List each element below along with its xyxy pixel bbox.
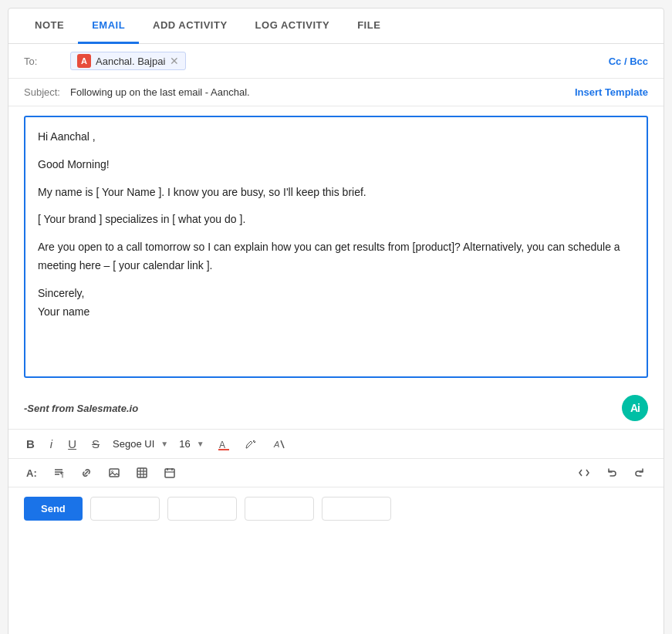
- svg-rect-15: [165, 469, 174, 477]
- code-icon: [578, 467, 590, 479]
- undo-icon: [606, 467, 618, 479]
- font-color-button[interactable]: A: [215, 437, 232, 452]
- table-button[interactable]: [133, 465, 150, 481]
- svg-rect-8: [110, 469, 119, 477]
- svg-text:¶: ¶: [60, 470, 64, 478]
- footer-btn-5[interactable]: [322, 497, 391, 521]
- strikethrough-button[interactable]: S: [89, 436, 102, 452]
- redo-icon: [633, 467, 646, 479]
- paragraph-button[interactable]: ¶: [50, 465, 67, 481]
- email-line-5: Are you open to a call tomorrow so I can…: [38, 238, 634, 275]
- to-label: To:: [24, 56, 70, 67]
- image-icon: [108, 467, 120, 479]
- code-button[interactable]: [576, 465, 593, 481]
- svg-rect-10: [137, 468, 147, 477]
- ai-text-button[interactable]: A:: [24, 466, 39, 481]
- calendar-icon: [164, 467, 176, 479]
- insert-template-button[interactable]: Insert Template: [575, 86, 648, 98]
- recipient-name: Aanchal. Bajpai: [96, 56, 165, 67]
- email-line-2: Good Morning!: [38, 156, 634, 174]
- subject-label: Subject:: [24, 86, 70, 98]
- email-line-6: Sincerely, Your name: [38, 285, 634, 322]
- email-line-1: Hi Aanchal ,: [38, 128, 634, 147]
- recipient-avatar: A: [77, 54, 91, 68]
- font-family-select[interactable]: Segoe UI: [113, 438, 165, 450]
- tab-bar: NOTE EMAIL ADD ACTIVITY LOG ACTIVITY FIL…: [8, 8, 664, 44]
- svg-line-3: [281, 440, 284, 448]
- tab-email[interactable]: EMAIL: [78, 8, 139, 44]
- footer-btn-4[interactable]: [245, 497, 314, 521]
- redo-button[interactable]: [631, 465, 648, 481]
- recipient-remove-button[interactable]: ✕: [170, 56, 179, 66]
- toolbar-row-2: A: ¶: [8, 458, 664, 487]
- underline-button[interactable]: U: [66, 436, 79, 452]
- paragraph-icon: ¶: [52, 467, 65, 479]
- link-button[interactable]: [78, 465, 95, 481]
- tab-file[interactable]: FILE: [343, 8, 394, 44]
- email-body[interactable]: Hi Aanchal , Good Morning! My name is [ …: [24, 116, 648, 378]
- table-icon: [136, 467, 148, 479]
- undo-button[interactable]: [603, 465, 620, 481]
- sent-from-text: -Sent from Salesmate.io: [24, 403, 138, 414]
- toolbar-row-1: B i U S Segoe UI ▼ 16 ▼ A A: [8, 429, 664, 458]
- link-icon: [80, 467, 93, 479]
- font-size-group: 16 ▼: [179, 438, 204, 450]
- font-family-group: Segoe UI ▼: [113, 438, 168, 450]
- ai-icon: Ai: [630, 402, 640, 414]
- footer-buttons: Send: [8, 487, 664, 530]
- email-body-wrapper: Hi Aanchal , Good Morning! My name is [ …: [8, 106, 664, 387]
- ai-button[interactable]: Ai: [622, 395, 648, 421]
- clear-format-icon: A: [273, 438, 285, 450]
- footer-btn-3[interactable]: [167, 497, 237, 521]
- cc-bcc-button[interactable]: Cc / Bcc: [609, 56, 648, 67]
- bold-button[interactable]: B: [24, 436, 37, 452]
- tab-note[interactable]: NOTE: [21, 8, 78, 44]
- subject-row: Subject: Following up on the last email …: [8, 79, 664, 106]
- to-field-content: A Aanchal. Bajpai ✕: [70, 52, 609, 70]
- highlight-button[interactable]: [243, 437, 260, 452]
- image-button[interactable]: [106, 465, 123, 481]
- svg-point-9: [111, 471, 113, 473]
- email-line-3: My name is [ Your Name ]. I know you are…: [38, 184, 634, 202]
- clear-format-button[interactable]: A: [271, 437, 288, 452]
- subject-value[interactable]: Following up on the last email - Aanchal…: [70, 86, 575, 98]
- send-button[interactable]: Send: [24, 497, 83, 521]
- font-color-icon: A: [218, 438, 230, 450]
- svg-text:A: A: [219, 440, 225, 450]
- highlight-icon: [245, 438, 258, 450]
- italic-button[interactable]: i: [48, 436, 55, 452]
- calendar-button[interactable]: [161, 465, 178, 481]
- font-family-dropdown-arrow[interactable]: ▼: [160, 440, 168, 448]
- svg-text:A: A: [273, 440, 279, 449]
- tab-add-activity[interactable]: ADD ACTIVITY: [139, 8, 241, 44]
- to-row: To: A Aanchal. Bajpai ✕ Cc / Bcc: [8, 44, 664, 79]
- footer-btn-2[interactable]: [90, 497, 160, 521]
- sent-from-row: -Sent from Salesmate.io Ai: [8, 387, 664, 429]
- email-line-4: [ Your brand ] specializes in [ what you…: [38, 211, 634, 229]
- recipient-tag[interactable]: A Aanchal. Bajpai ✕: [70, 52, 186, 70]
- tab-log-activity[interactable]: LOG ACTIVITY: [241, 8, 344, 44]
- font-size-dropdown-arrow[interactable]: ▼: [197, 440, 204, 448]
